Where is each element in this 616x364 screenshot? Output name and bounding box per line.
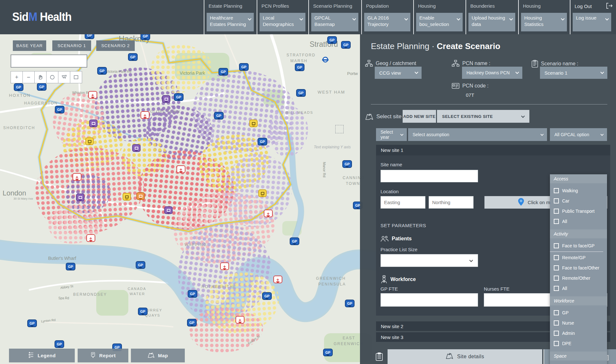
gp-marker[interactable]: GP bbox=[341, 41, 351, 49]
nav-dropdown[interactable]: Healthcare Estates Planning bbox=[207, 13, 254, 31]
selection-marquee[interactable] bbox=[335, 125, 344, 133]
gp-marker[interactable]: GP bbox=[66, 263, 75, 270]
gp-marker[interactable]: GP bbox=[138, 308, 148, 315]
checkbox[interactable] bbox=[554, 310, 559, 315]
branch-site-marker[interactable] bbox=[164, 206, 173, 214]
gpcal-item-clinical-rooms[interactable]: Clinical rooms bbox=[550, 363, 607, 364]
checkbox[interactable] bbox=[554, 276, 559, 281]
branch-site-marker[interactable] bbox=[89, 120, 98, 127]
gpcal-item-f2f-gp[interactable]: Face to face/GP bbox=[550, 241, 607, 251]
gp-marker[interactable]: GP bbox=[327, 36, 337, 44]
hospital-marker[interactable]: + bbox=[176, 165, 185, 173]
gp-marker[interactable]: GP bbox=[55, 106, 64, 113]
nav-dropdown[interactable]: Housing Statistics bbox=[521, 13, 567, 31]
checkbox[interactable] bbox=[554, 255, 559, 260]
checkbox[interactable] bbox=[554, 341, 559, 346]
hospital-marker[interactable]: + bbox=[73, 173, 81, 181]
clinic-marker[interactable] bbox=[85, 137, 94, 145]
hospital-marker[interactable]: + bbox=[141, 111, 150, 119]
gpcal-item-access-all[interactable]: All bbox=[550, 216, 607, 227]
gp-marker[interactable]: GP bbox=[128, 53, 138, 61]
map-button[interactable]: Map bbox=[131, 349, 185, 362]
gp-fte-input[interactable] bbox=[381, 293, 478, 307]
hospital-marker[interactable]: + bbox=[88, 91, 97, 99]
nav-dropdown[interactable]: Local Demographics bbox=[260, 13, 305, 31]
gpcal-item-car[interactable]: Car bbox=[550, 196, 607, 206]
gp-marker[interactable]: GP bbox=[136, 261, 145, 269]
gp-marker[interactable]: GP bbox=[55, 340, 64, 348]
geog-select[interactable]: CCG view bbox=[375, 67, 422, 79]
hospital-marker[interactable]: + bbox=[220, 262, 229, 270]
gp-marker[interactable]: GP bbox=[37, 83, 47, 91]
gpcal-item-dpe[interactable]: DPE bbox=[550, 338, 607, 349]
hospital-marker[interactable]: + bbox=[235, 316, 244, 324]
gp-marker[interactable]: GP bbox=[345, 300, 355, 307]
northing-input[interactable] bbox=[429, 196, 474, 209]
gp-marker[interactable]: GP bbox=[85, 34, 94, 39]
clinic-marker[interactable] bbox=[258, 189, 267, 197]
notes-clipboard-icon[interactable] bbox=[373, 349, 386, 364]
logout-header[interactable]: Log Out bbox=[575, 3, 613, 10]
gp-marker[interactable]: GP bbox=[296, 89, 306, 97]
select-existing-site-button[interactable]: SELECT EXISTING SITE bbox=[437, 110, 529, 123]
select-year-dropdown[interactable]: Select year bbox=[376, 128, 407, 141]
branch-site-marker[interactable] bbox=[132, 144, 141, 152]
nav-dropdown[interactable]: Log issue bbox=[573, 13, 611, 31]
nav-dropdown[interactable]: GPCAL Basemap bbox=[311, 13, 358, 31]
checkbox[interactable] bbox=[554, 188, 559, 193]
draw-circle-icon[interactable] bbox=[46, 71, 58, 83]
gp-marker[interactable]: GP bbox=[188, 290, 197, 298]
checkbox[interactable] bbox=[554, 198, 559, 203]
gp-marker[interactable]: GP bbox=[258, 138, 267, 145]
clinic-marker[interactable] bbox=[249, 120, 258, 127]
pharmacy-marker[interactable] bbox=[136, 192, 145, 200]
gp-marker[interactable]: GP bbox=[295, 63, 304, 71]
gp-marker[interactable]: GP bbox=[239, 63, 249, 71]
new-site-1-header[interactable]: New site 1 bbox=[376, 145, 610, 155]
practice-list-size-select[interactable] bbox=[381, 254, 478, 267]
gp-marker[interactable]: GP bbox=[141, 34, 150, 40]
gpcal-item-remote-gp[interactable]: Remote/GP bbox=[550, 252, 607, 263]
gpcal-item-walking[interactable]: Walking bbox=[550, 186, 607, 196]
draw-rectangle-icon[interactable] bbox=[70, 71, 82, 83]
zoom-in-icon[interactable]: + bbox=[11, 71, 23, 83]
legend-button[interactable]: Legend bbox=[9, 349, 75, 362]
scenario-name-select[interactable]: Scenario 1 bbox=[540, 67, 607, 79]
report-button[interactable]: Report bbox=[78, 349, 128, 362]
gpcal-item-f2f-other[interactable]: Face to face/Other bbox=[550, 263, 607, 273]
zoom-out-icon[interactable]: − bbox=[22, 71, 35, 83]
gp-marker[interactable]: GP bbox=[97, 67, 107, 75]
site-name-input[interactable] bbox=[381, 170, 478, 182]
draw-polygon-icon[interactable] bbox=[58, 71, 70, 83]
select-assumption-dropdown[interactable]: Select assumption bbox=[408, 128, 547, 141]
branch-site-marker[interactable] bbox=[76, 194, 84, 201]
checkbox[interactable] bbox=[554, 286, 559, 291]
gp-marker[interactable]: GP bbox=[342, 160, 352, 168]
branch-site-marker[interactable] bbox=[162, 95, 170, 103]
gp-marker[interactable]: GP bbox=[187, 319, 197, 327]
gpcal-item-admin[interactable]: Admin bbox=[550, 328, 607, 338]
checkbox[interactable] bbox=[554, 219, 559, 224]
map-search-input[interactable] bbox=[11, 54, 87, 68]
add-new-site-button[interactable]: ADD NEW SITE bbox=[403, 110, 436, 123]
hospital-marker[interactable]: + bbox=[264, 210, 273, 217]
nav-dropdown[interactable]: GLA 2016 Trajectory bbox=[364, 13, 410, 31]
checkbox[interactable] bbox=[554, 209, 559, 214]
gp-marker[interactable]: GP bbox=[323, 349, 333, 356]
scenario-1-button[interactable]: SCENARIO 1 bbox=[52, 40, 91, 51]
nav-dropdown[interactable]: Enable bou_selection bbox=[416, 13, 463, 31]
base-year-button[interactable]: BASE YEAR bbox=[13, 40, 46, 51]
gpcal-item-nurse[interactable]: Nurse bbox=[550, 318, 607, 328]
gp-marker[interactable]: GP bbox=[262, 292, 272, 300]
gp-marker[interactable]: GP bbox=[214, 112, 224, 120]
gpcal-option-dropdown[interactable]: All GPCAL option bbox=[550, 128, 607, 141]
gp-marker[interactable]: GP bbox=[14, 83, 23, 91]
pcn-name-select[interactable]: Hackney Downs PCN bbox=[462, 67, 522, 79]
checkbox[interactable] bbox=[554, 265, 559, 270]
logout-icon[interactable] bbox=[606, 3, 613, 10]
nav-dropdown[interactable]: Upload housing data bbox=[468, 13, 515, 31]
gpcal-item-gp[interactable]: GP bbox=[550, 308, 607, 318]
checkbox[interactable] bbox=[554, 320, 559, 326]
gp-marker[interactable]: GP bbox=[27, 319, 37, 327]
hospital-marker[interactable]: + bbox=[86, 234, 95, 242]
